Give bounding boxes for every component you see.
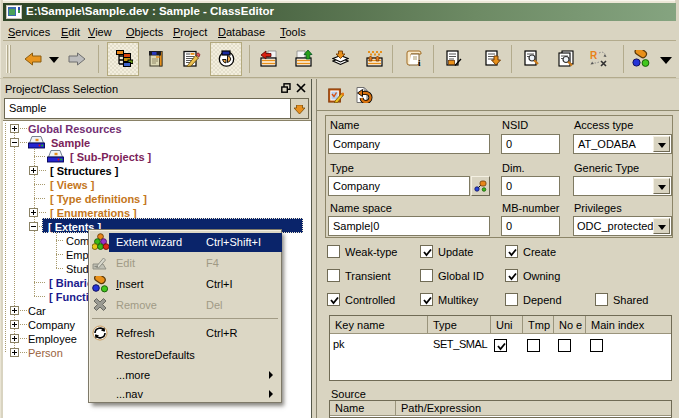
svg-text:R: R [590,50,598,61]
svg-text:i: i [418,58,421,67]
